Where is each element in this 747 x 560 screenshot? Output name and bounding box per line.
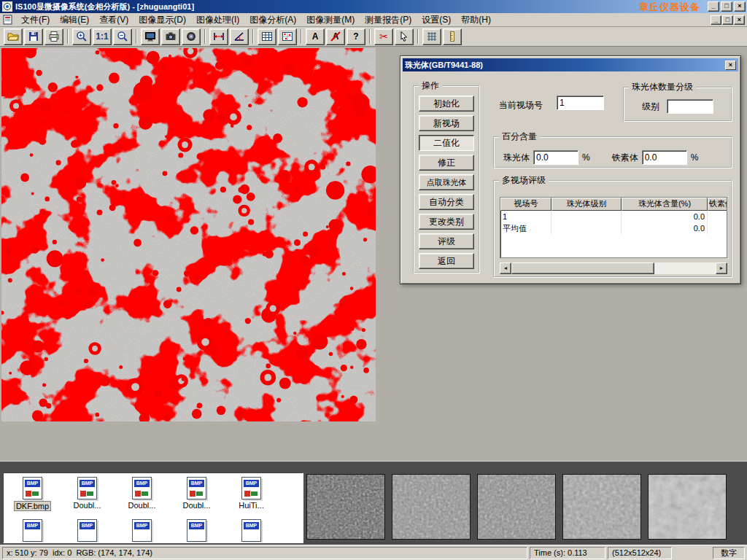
camera-button[interactable] [161,28,180,45]
table-header-row: 视场号 珠光体级别 珠光体含量(%) 铁素体含量(%) [500,198,727,211]
file-name: Doubl... [115,501,169,510]
zoom-out-button[interactable] [113,28,132,45]
menu-image-display[interactable]: 图像显示(D) [133,12,191,28]
help-button[interactable]: ? [347,28,365,45]
save-button[interactable] [24,28,43,45]
thumbnail[interactable] [562,474,641,540]
col-field[interactable]: 视场号 [500,198,551,211]
mesh-button[interactable] [422,28,441,45]
table-horizontal-scrollbar[interactable]: ◄ ► [500,262,727,274]
minimize-button[interactable]: _ [708,1,719,12]
menu-image-analysis[interactable]: 图像分析(A) [244,12,301,28]
menu-image-measure[interactable]: 图像测量(M) [301,12,360,28]
pearlite-label: 珠光体 [503,152,530,164]
file-item[interactable]: BMP Doubl... [169,475,224,511]
thumbnail-strip [306,474,727,540]
col-pearlite-content[interactable]: 珠光体含量(%) [622,198,708,211]
mdi-restore-button[interactable]: □ [722,15,733,25]
close-button[interactable]: × [734,1,746,12]
thumbnail[interactable] [392,474,471,540]
pointer-button[interactable] [395,28,414,45]
scroll-right-button[interactable]: ► [716,262,727,274]
new-field-button[interactable]: 新视场 [419,115,474,131]
bmp-file-icon: BMP [187,519,206,542]
ruler-button[interactable] [443,28,462,45]
file-item[interactable]: BMP [60,518,115,543]
return-button[interactable]: 返回 [419,253,474,269]
current-field-input[interactable] [557,96,604,110]
cell-grade [551,211,622,222]
dialog-close-button[interactable]: × [725,61,736,70]
menu-measure-report[interactable]: 测量报告(P) [360,12,417,28]
file-name: DKF.bmp [5,501,60,511]
mesh-grid-icon [426,31,438,42]
thumbnail[interactable] [306,474,385,540]
file-item[interactable]: BMP HuiTi... [224,475,279,511]
file-item[interactable]: BMP DKF.bmp [5,475,60,511]
menu-view[interactable]: 查看(V) [94,12,133,28]
measure-length-button[interactable] [209,28,228,45]
pearlite-dialog: 珠光体(GB/T9441-88) × 操作 初始化 新视场 二值化 修正 点取珠… [400,55,741,284]
pearlite-percent-input[interactable] [533,150,578,165]
file-item[interactable]: BMP Doubl... [60,475,115,511]
angle-icon [233,31,245,42]
mdi-close-button[interactable]: × [734,15,745,25]
auto-classify-button[interactable]: 自动分类 [419,194,474,210]
text-annotate-off-button[interactable]: A [326,28,345,45]
toolbar-separator [369,29,371,44]
mdi-minimize-button[interactable]: _ [711,15,721,25]
grid-table-button[interactable] [258,28,276,45]
file-item[interactable]: BMP Doubl... [115,475,169,511]
change-class-button[interactable]: 更改类别 [419,214,474,230]
menu-image-process[interactable]: 图像处理(I) [191,12,244,28]
actual-size-button[interactable]: 1:1 [93,28,112,45]
count-grid-button[interactable] [278,28,297,45]
measure-angle-button[interactable] [230,28,249,45]
cut-button[interactable]: ✂ [374,28,393,45]
scissors-icon: ✂ [379,31,388,42]
init-button[interactable]: 初始化 [419,96,474,112]
status-bar: x: 510 y: 79 idx: 0 RGB: (174, 174, 174)… [0,545,747,560]
maximize-button[interactable]: □ [721,1,732,12]
pick-pearlite-button[interactable]: 点取珠光体 [419,174,474,190]
open-folder-icon [7,31,19,42]
multi-field-group-label: 多视场评级 [499,174,549,187]
level-input[interactable] [667,99,713,114]
thumbnail[interactable] [477,474,556,540]
ruler-icon [446,31,458,42]
grade-button[interactable]: 评级 [419,233,474,249]
file-item[interactable]: BMP [5,518,60,543]
display-button[interactable] [141,28,160,45]
text-annotate-button[interactable]: A [306,28,325,45]
col-pearlite-grade[interactable]: 珠光体级别 [551,198,622,211]
ferrite-percent-input[interactable] [642,150,687,165]
app-icon [2,1,12,12]
table-row[interactable]: 平均值 0.0 [500,222,727,234]
cell-ferrite [708,211,727,222]
file-item[interactable]: BMP [224,518,279,543]
print-button[interactable] [44,28,63,45]
menu-file[interactable]: 文件(F) [16,12,55,28]
application-window: IS100显微摄像系统(金相分析版) - [zhuguangti01] _ □ … [0,0,747,560]
scroll-left-button[interactable]: ◄ [500,262,511,274]
menu-help[interactable]: 帮助(H) [456,12,496,28]
file-item[interactable]: BMP [115,518,169,543]
mdi-document-icon [3,15,13,25]
col-ferrite-content[interactable]: 铁素体含量(%) [708,198,727,211]
binarize-button[interactable]: 二值化 [419,135,474,151]
menu-settings[interactable]: 设置(S) [417,12,456,28]
menu-edit[interactable]: 编辑(E) [55,12,94,28]
vendor-watermark: 章丘仪器设备 [639,1,700,14]
table-row[interactable]: 1 0.0 [500,211,727,222]
window-controls: _ □ × [708,1,746,12]
thumbnail[interactable] [648,474,727,540]
open-button[interactable] [4,28,23,45]
metallograph-view[interactable] [1,48,376,421]
zoom-in-button[interactable] [72,28,91,45]
capture-button[interactable] [182,28,201,45]
level-label: 级别 [642,101,659,113]
dialog-title-bar[interactable]: 珠光体(GB/T9441-88) × [403,58,738,71]
scrollbar-thumb[interactable] [511,262,654,274]
correct-button[interactable]: 修正 [419,155,474,171]
file-item[interactable]: BMP [169,518,224,543]
